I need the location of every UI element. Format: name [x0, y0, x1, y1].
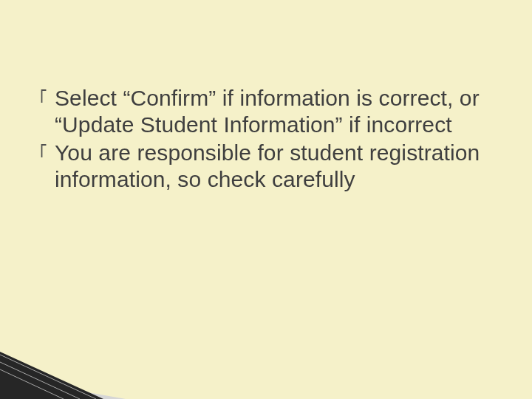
list-item: ｢ Select “Confirm” if information is cor…: [38, 85, 502, 138]
bullet-list: ｢ Select “Confirm” if information is cor…: [38, 85, 502, 194]
slide: ｢ Select “Confirm” if information is cor…: [0, 0, 532, 399]
list-item-text: Select “Confirm” if information is corre…: [55, 85, 502, 138]
list-item: ｢ You are responsible for student regist…: [38, 140, 502, 193]
bullet-icon: ｢: [38, 85, 55, 112]
svg-marker-1: [0, 352, 103, 399]
list-item-text: You are responsible for student registra…: [55, 140, 502, 193]
bullet-icon: ｢: [38, 140, 55, 166]
corner-decoration: [0, 352, 126, 399]
